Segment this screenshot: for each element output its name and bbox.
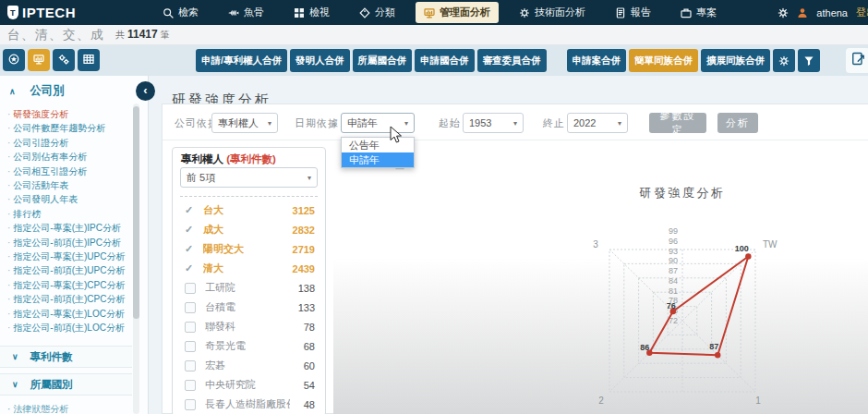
settings-gear-icon xyxy=(778,55,790,67)
sidebar-item[interactable]: ·指定公司-專案(主)LOC分析 xyxy=(7,307,133,321)
user-avatar-icon[interactable] xyxy=(797,7,808,18)
sidebar-item[interactable]: ·公司件數歷年趨勢分析 xyxy=(7,121,133,135)
start-year-select[interactable]: 1953 ▾ xyxy=(463,113,524,133)
sidebar-section-label: 專利件數 xyxy=(30,350,73,364)
params-settings-button[interactable]: 參數設定 xyxy=(649,113,706,133)
holder-row[interactable]: 聯發科 78 xyxy=(173,317,325,336)
holder-row[interactable]: 中央研究院 54 xyxy=(173,375,325,395)
app-logo[interactable]: T IPTECH xyxy=(0,5,76,20)
merge-button[interactable]: 審查委員合併 xyxy=(477,49,547,72)
holder-row[interactable]: 奇景光電 68 xyxy=(173,336,325,356)
toolbar-gear-button[interactable] xyxy=(773,49,795,72)
nav-item-label: 報告 xyxy=(631,6,651,19)
toolbar-button-star-circle[interactable] xyxy=(3,49,25,71)
holder-row[interactable]: ✓ 成大 2832 xyxy=(173,220,325,239)
query-title-bar: 台、清、交、成 共 11417 筆 xyxy=(0,25,868,45)
date-basis-select[interactable]: 申請年 ▾ xyxy=(341,113,415,133)
top-nav-item-management-monitor[interactable]: 管理面分析 xyxy=(416,2,499,23)
svg-text:86: 86 xyxy=(640,343,649,352)
sidebar-item[interactable]: ·公司引證分析 xyxy=(7,136,133,150)
sidebar-item-label: 指定公司-專案(主)LOC分析 xyxy=(13,309,125,319)
sidebar-item-label: 公司活動年表 xyxy=(13,180,68,190)
merge-button[interactable]: 所屬國合併 xyxy=(353,49,413,72)
nav-item-label: 技術面分析 xyxy=(535,6,585,19)
sidebar-item[interactable]: ·公司活動年表 xyxy=(7,178,133,192)
top-nav-item-grid-view[interactable]: 檢視 xyxy=(279,0,344,25)
holder-row[interactable]: ✓ 清大 2439 xyxy=(173,259,325,278)
bullet: · xyxy=(7,251,10,262)
export-report-button[interactable] xyxy=(846,48,868,73)
top-nav-item-report-doc[interactable]: 報告 xyxy=(600,0,666,25)
top-nav-item-project-case[interactable]: 專案 xyxy=(666,0,731,25)
top-nav-item-fishbone[interactable]: 魚骨 xyxy=(213,0,279,25)
sidebar-item[interactable]: ·指定公司-前項(主)CPC分析 xyxy=(7,292,133,306)
toolbar-filter-button[interactable] xyxy=(798,49,820,72)
sidebar-item[interactable]: ·公司相互引證分析 xyxy=(7,164,133,178)
toolbar-button-monitor-chart[interactable] xyxy=(28,49,50,71)
logout-link[interactable]: 登出 xyxy=(856,6,868,19)
toolbar-button-gears[interactable] xyxy=(53,49,75,71)
merge-button[interactable]: 簡單同族合併 xyxy=(629,49,698,72)
sidebar-item-label: 研發強度分析 xyxy=(13,109,68,119)
top-nav-item-classify-tag[interactable]: 分類 xyxy=(344,0,410,25)
merge-button[interactable]: 申請/專利權人合併 xyxy=(196,49,287,72)
holder-name: 台積電 xyxy=(205,300,235,314)
holder-row[interactable]: 工研院 138 xyxy=(173,278,325,298)
merge-button[interactable]: 申請國合併 xyxy=(415,49,475,72)
date-basis-label: 日期依據 xyxy=(295,116,339,130)
sidebar-item-label: 公司件數歷年趨勢分析 xyxy=(13,123,105,133)
sidebar-section-country[interactable]: ∨ 所屬國別 xyxy=(0,373,132,396)
toolbar-button-table[interactable] xyxy=(78,49,100,71)
sidebar-item[interactable]: ·指定公司-專案(主)UPC分析 xyxy=(7,250,133,263)
holder-row[interactable]: ✓ 台大 3125 xyxy=(173,201,325,220)
toolbar-icon-buttons xyxy=(3,49,100,71)
holder-row[interactable]: 宏碁 60 xyxy=(173,356,325,375)
sidebar-item[interactable]: ·公司發明人年表 xyxy=(7,192,133,206)
sidebar-scrollbar-thumb[interactable] xyxy=(133,106,139,319)
bullet: · xyxy=(7,223,10,233)
sidebar-item[interactable]: ·指定公司-前項(主)IPC分析 xyxy=(7,236,133,250)
merge-button[interactable]: 發明人合併 xyxy=(290,49,350,72)
bullet: · xyxy=(7,138,10,148)
dropdown-option-apply-year[interactable]: 申請年 xyxy=(342,152,414,167)
settings-gear-icon[interactable] xyxy=(778,7,789,18)
holder-row[interactable]: ✓ 陽明交大 2719 xyxy=(173,239,325,259)
holder-row[interactable]: 長春人造樹脂廠股份... 48 xyxy=(173,395,325,414)
sidebar-item[interactable]: ·指定公司-專案(主)IPC分析 xyxy=(7,221,133,235)
technical-gear-icon xyxy=(519,7,530,18)
analyze-button[interactable]: 分析 xyxy=(717,113,758,133)
holder-count: 2439 xyxy=(293,263,315,274)
sidebar-section-company[interactable]: ∧ 公司別 xyxy=(9,83,65,99)
sidebar-item[interactable]: ·指定公司-前項(主)UPC分析 xyxy=(7,263,133,277)
sidebar-scrollbar[interactable] xyxy=(133,104,139,414)
merge-button[interactable]: 擴展同族合併 xyxy=(701,49,770,72)
date-basis-dropdown-menu: 公告年 申請年 xyxy=(341,137,415,168)
holder-count: 54 xyxy=(304,380,315,391)
merge-button[interactable]: 申請案合併 xyxy=(567,49,627,72)
top-n-value: 前 5項 xyxy=(187,171,215,185)
sidebar-section-patent-count[interactable]: ∨ 專利件數 xyxy=(0,346,132,368)
end-year-select[interactable]: 2022 ▾ xyxy=(567,113,628,133)
holder-row[interactable]: 台積電 133 xyxy=(173,298,325,317)
sidebar-item[interactable]: ·排行榜 xyxy=(7,207,133,221)
dropdown-option-announce-year[interactable]: 公告年 xyxy=(342,138,414,152)
fishbone-icon xyxy=(228,7,239,18)
radar-chart: 研發強度分析99969390878481787572TW123100878676 xyxy=(536,177,850,414)
sidebar-item[interactable]: ·研發強度分析 xyxy=(7,107,133,121)
sidebar-item[interactable]: ·指定公司-專案(主)CPC分析 xyxy=(7,278,133,292)
top-nav-item-technical-gear[interactable]: 技術面分析 xyxy=(504,0,600,25)
sidebar-item-partial[interactable]: · 法律狀態分析 xyxy=(7,403,68,414)
expand-caret-icon: ∨ xyxy=(12,352,18,361)
svg-text:87: 87 xyxy=(669,266,678,275)
sidebar-collapse-button[interactable]: ‹ xyxy=(136,81,155,101)
top-nav-items: 檢索 魚骨 檢視 分類 管理面分析 技術面分析 報告 專案 xyxy=(148,0,731,25)
top-n-select[interactable]: 前 5項 ▾ xyxy=(180,167,318,188)
sidebar-item[interactable]: ·公司別佔有率分析 xyxy=(7,150,133,164)
top-nav-bar: T IPTECH 檢索 魚骨 檢視 分類 管理面分析 技術面分析 報告 專案 a… xyxy=(0,0,868,25)
top-nav-item-search[interactable]: 檢索 xyxy=(148,0,213,25)
company-basis-select[interactable]: 專利權人 ▾ xyxy=(211,113,278,133)
checkbox-empty xyxy=(185,322,196,333)
sidebar-item[interactable]: ·指定公司-前項(主)LOC分析 xyxy=(7,321,133,335)
report-doc-icon xyxy=(615,7,626,18)
sidebar-item-label: 公司發明人年表 xyxy=(13,194,78,204)
